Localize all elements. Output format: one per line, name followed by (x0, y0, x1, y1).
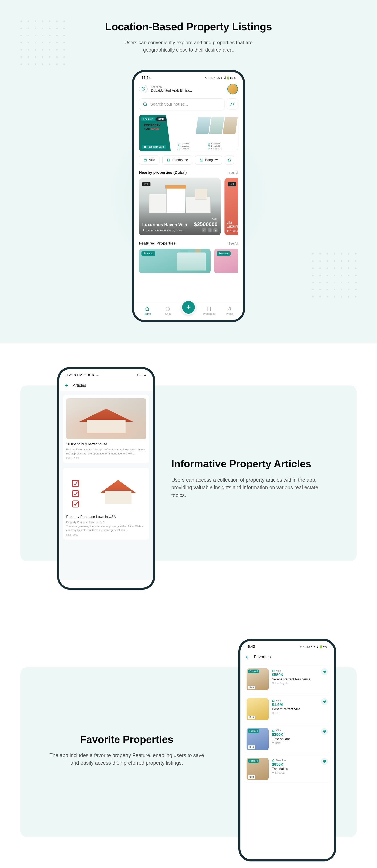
status-bar: 12:18 PM ⊕ ✱ ⊗ ⋯ ◎ ᯤ ▢▢ (59, 369, 153, 379)
pin-icon (272, 712, 274, 714)
favorite-name: Time square (272, 737, 328, 741)
amenity-icon: 🛁 (208, 228, 212, 232)
location-row: Location Dubai,United Arab Emira... (139, 84, 238, 94)
featured-badge: Featured (248, 759, 259, 763)
favorite-location: St. Cruz (272, 771, 328, 774)
favorite-item[interactable]: Featured Rent Banglow $650K The Malibu S… (244, 755, 331, 782)
avatar[interactable] (227, 84, 238, 94)
building-icon (272, 729, 275, 732)
rent-badge: Rent (248, 716, 255, 719)
property-card[interactable]: Sell Villa Luxurious Haven Villa (139, 178, 221, 235)
search-input[interactable]: Search your house... (139, 98, 225, 110)
property-card[interactable]: Sell Villa Luxuriou 123 Palm (225, 178, 238, 235)
chat-icon (165, 307, 170, 311)
property-address: 789 Beach Road, Dubai, Unite... (146, 229, 184, 232)
property-address: 123 Palm (230, 229, 238, 232)
svg-point-1 (143, 102, 146, 105)
favorite-location: Delhi (272, 741, 328, 744)
bottom-nav: Home Chat + Properties Profile (134, 302, 243, 320)
favorite-item[interactable]: Featured Rent Villa $250K Time square De… (244, 725, 331, 753)
property-type: Villa (142, 218, 217, 221)
article-card[interactable]: 20 tips to buy better house Budget: Dete… (63, 395, 149, 463)
favorite-price: $650K (272, 762, 328, 767)
nearby-header: Nearby properties (Dubai) See All (139, 170, 238, 175)
pin-icon (142, 229, 145, 231)
status-time: 6:40 (248, 645, 255, 649)
svg-line-2 (146, 105, 147, 106)
rent-badge: Rent (248, 775, 255, 779)
nav-profile[interactable]: Profile (222, 307, 237, 315)
pin-icon (272, 742, 274, 744)
search-placeholder: Search your house... (150, 102, 188, 106)
search-icon (143, 102, 147, 106)
banner-text: PROPERTY FOR SALE (144, 123, 161, 130)
favorite-item[interactable]: Rent Villa $1.9M Desert Retreat Villa ுப (244, 696, 331, 723)
nav-properties[interactable]: Properties (202, 307, 216, 315)
nearby-see-all[interactable]: See All (228, 171, 238, 174)
chip-villa[interactable]: Villa (139, 156, 160, 164)
heart-button[interactable] (321, 668, 328, 675)
amenity-icon: ▦ (213, 228, 217, 232)
location-value[interactable]: Dubai,United Arab Emira... (151, 89, 192, 93)
favorite-price: $550K (272, 673, 328, 677)
rent-badge: Rent (248, 686, 255, 689)
back-icon[interactable] (245, 655, 250, 659)
back-icon[interactable] (64, 383, 69, 388)
featured-title: Featured Properties (139, 241, 176, 246)
featured-card[interactable]: Featured (214, 249, 238, 273)
amenity-icon: 🛏 (202, 228, 206, 232)
building-icon (272, 669, 275, 672)
profile-icon (227, 307, 232, 311)
building-icon (272, 759, 275, 762)
article-excerpt: Budget: Determine your budget before you… (66, 447, 146, 456)
banner-phone: +000 1234 5678 (142, 145, 166, 149)
chip-penthouse[interactable]: Penthouse (162, 156, 193, 164)
status-time: 11:14 (141, 76, 151, 80)
nav-home[interactable]: Home (140, 307, 155, 315)
building-icon (199, 158, 203, 162)
property-title: Luxurious Haven Villa (142, 222, 187, 227)
heart-button[interactable] (321, 728, 328, 735)
location-pin-icon[interactable] (139, 85, 148, 93)
heart-button[interactable] (321, 758, 328, 765)
home-icon (228, 158, 231, 162)
favorite-item[interactable]: Featured Rent Villa $550K Serene Retreat… (244, 666, 331, 693)
property-title: Luxuriou (227, 224, 238, 228)
favorite-image: Featured Rent (246, 758, 269, 780)
article-image (66, 398, 146, 439)
featured-image (177, 252, 206, 271)
rent-badge: Rent (248, 745, 255, 749)
section-location-listings: Location-Based Property Listings Users c… (0, 0, 377, 343)
favorite-image: Featured Rent (246, 668, 269, 690)
article-card[interactable]: Property Purchase Laws in USA Property P… (63, 468, 149, 539)
promo-banner[interactable]: Featured $35K PROPERTY FOR SALE 3 bedroo… (139, 115, 238, 151)
chip-more[interactable] (225, 156, 234, 164)
favorite-image: Rent (246, 698, 269, 720)
decorative-dots (21, 21, 65, 65)
article-excerpt: Property Purchase Laws in USA The laws g… (66, 520, 146, 532)
location-label: Location (151, 85, 192, 89)
articles-title: Articles (73, 383, 86, 388)
status-indicators: ◎ ᯤ ▢▢ (137, 373, 145, 377)
phone-mockup-articles: 12:18 PM ⊕ ✱ ⊗ ⋯ ◎ ᯤ ▢▢ Articles 20 tips… (57, 367, 155, 590)
banner-images (197, 117, 237, 134)
favorite-type: Villa (272, 729, 328, 732)
chip-banglow[interactable]: Banglow (195, 156, 222, 164)
featured-badge: Featured (141, 251, 156, 256)
filter-button[interactable] (227, 98, 238, 110)
phone-mockup-home: 11:14 ⇋ 1.57KB/s ᯤ ◢ 🔋46% Location Dubai… (132, 70, 245, 322)
nav-chat[interactable]: Chat (161, 307, 175, 315)
svg-rect-13 (272, 700, 274, 702)
featured-header: Featured Properties See All (139, 241, 238, 246)
fab-add-button[interactable]: + (181, 300, 196, 315)
article-image (66, 471, 146, 512)
featured-card[interactable]: Featured (139, 249, 211, 273)
properties-icon (207, 307, 212, 311)
property-type: Villa (227, 221, 238, 224)
featured-see-all[interactable]: See All (228, 242, 238, 245)
heart-button[interactable] (321, 698, 328, 705)
featured-badge: Featured (217, 251, 231, 256)
svg-point-0 (143, 88, 144, 89)
favorite-type: Villa (272, 669, 328, 672)
phone-mockup-favorites: 6:40 ⊘ ⇋ 1.5K ᯤ ◢ 🔋6% Favorites Featured… (238, 639, 336, 862)
